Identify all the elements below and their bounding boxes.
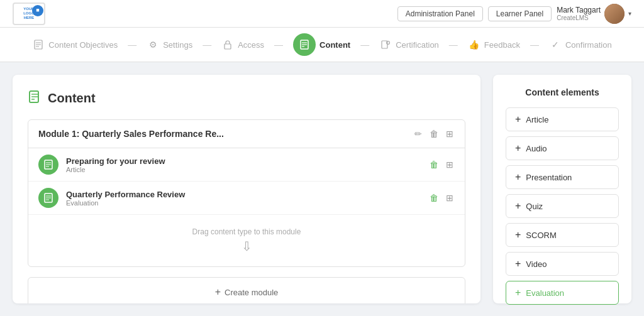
content-item-1: Quarterly Performance Review Evaluation … (28, 182, 465, 215)
user-menu[interactable]: Mark Taggart CreateLMS ▾ (557, 4, 631, 24)
step-content-objectives[interactable]: Content Objectives (22, 38, 128, 51)
item-0-name: Preparing for your review (66, 156, 421, 166)
element-presentation-button[interactable]: + Presentation (506, 165, 619, 189)
element-article-button[interactable]: + Article (506, 107, 619, 131)
content-card-icon (28, 90, 42, 107)
element-scorm-button[interactable]: + SCORM (506, 223, 619, 247)
step-content[interactable]: Content (283, 33, 360, 56)
svg-rect-4 (225, 44, 231, 49)
evaluation-label: Evaluation (526, 288, 564, 298)
item-0-info: Preparing for your review Article (66, 156, 421, 173)
chevron-down-icon: ▾ (628, 10, 631, 17)
audio-label: Audio (526, 144, 547, 153)
quiz-label: Quiz (526, 202, 543, 211)
admin-panel-button[interactable]: Administration Panel (397, 6, 483, 21)
item-0-type: Article (66, 166, 421, 173)
main-content: Content Module 1: Quarterly Sales Perfor… (0, 62, 644, 316)
item-1-info: Quarterly Performance Review Evaluation (66, 190, 421, 207)
sep-2: — (203, 40, 211, 50)
audio-plus-icon: + (515, 143, 521, 154)
scorm-plus-icon: + (515, 229, 521, 241)
content-step-circle (293, 33, 316, 56)
header: YOUR LOGO HERE ■ Administration Panel Le… (0, 0, 644, 28)
module-delete-button[interactable]: 🗑 (428, 128, 440, 140)
feedback-icon: 👍 (468, 38, 480, 51)
avatar-image (604, 4, 625, 24)
item-1-type: Evaluation (66, 199, 421, 207)
content-item-0: Preparing for your review Article 🗑 ⊞ (28, 148, 465, 182)
presentation-plus-icon: + (515, 172, 521, 183)
drag-label: Drag content type to this module (41, 227, 452, 236)
item-1-icon (38, 188, 58, 208)
certification-icon (379, 38, 392, 51)
element-quiz-button[interactable]: + Quiz (506, 194, 619, 218)
scorm-label: SCORM (526, 231, 556, 240)
module-header: Module 1: Quarterly Sales Performance Re… (28, 120, 465, 148)
item-1-delete-button[interactable]: 🗑 (428, 192, 440, 204)
sep-6: — (530, 40, 539, 50)
article-label: Article (526, 115, 548, 124)
settings-icon: ⚙ (147, 38, 159, 51)
avatar (604, 4, 625, 24)
quiz-plus-icon: + (515, 200, 521, 212)
module-1: Module 1: Quarterly Sales Performance Re… (28, 119, 465, 267)
create-module-plus-icon: + (215, 286, 221, 298)
drag-area: Drag content type to this module ⇩ (28, 215, 465, 266)
item-0-edit-button[interactable]: ⊞ (445, 158, 455, 171)
settings-label: Settings (163, 40, 192, 50)
create-module-label: Create module (225, 288, 278, 297)
step-confirmation[interactable]: ✓ Confirmation (539, 38, 622, 51)
feedback-label: Feedback (484, 40, 520, 50)
evaluation-plus-icon: + (515, 287, 521, 298)
video-plus-icon: + (515, 258, 521, 270)
card-title-row: Content (28, 90, 465, 107)
element-evaluation-button[interactable]: + Evaluation (506, 281, 619, 305)
step-access[interactable]: Access (211, 38, 274, 51)
article-plus-icon: + (515, 114, 521, 125)
element-video-button[interactable]: + Video (506, 252, 619, 276)
module-edit-button[interactable]: ✏ (413, 128, 423, 140)
card-title: Content (48, 91, 96, 106)
step-feedback[interactable]: 👍 Feedback (458, 38, 530, 51)
step-settings[interactable]: ⚙ Settings (136, 38, 203, 51)
item-0-actions: 🗑 ⊞ (428, 158, 455, 171)
item-1-actions: 🗑 ⊞ (428, 192, 455, 204)
header-right: Administration Panel Learner Panel Mark … (397, 4, 631, 24)
user-company: CreateLMS (557, 14, 601, 21)
sep-5: — (449, 40, 458, 50)
module-expand-button[interactable]: ⊞ (445, 128, 455, 140)
create-module-button[interactable]: + Create module (28, 277, 465, 303)
confirmation-label: Confirmation (565, 40, 612, 50)
element-audio-button[interactable]: + Audio (506, 136, 619, 160)
sidebar-title: Content elements (506, 87, 619, 97)
item-1-edit-button[interactable]: ⊞ (445, 192, 455, 204)
logo: YOUR LOGO HERE ■ (13, 3, 45, 25)
sep-1: — (128, 40, 136, 50)
presentation-label: Presentation (526, 173, 572, 182)
item-0-icon (38, 155, 58, 175)
content-objectives-icon (32, 38, 45, 51)
access-label: Access (238, 40, 264, 50)
step-certification[interactable]: Certification (369, 38, 449, 51)
user-name: Mark Taggart (557, 6, 601, 14)
content-card: Content Module 1: Quarterly Sales Perfor… (13, 75, 480, 303)
svg-point-10 (387, 41, 390, 45)
sep-3: — (274, 40, 283, 50)
item-0-delete-button[interactable]: 🗑 (428, 158, 440, 171)
item-1-name: Quarterly Performance Review (66, 190, 421, 199)
video-label: Video (526, 259, 547, 269)
sep-4: — (360, 40, 369, 50)
learner-panel-button[interactable]: Learner Panel (488, 6, 552, 21)
access-icon (221, 38, 234, 51)
certification-label: Certification (396, 40, 439, 50)
content-objectives-label: Content Objectives (48, 40, 118, 50)
module-title: Module 1: Quarterly Sales Performance Re… (38, 129, 224, 139)
confirmation-icon: ✓ (549, 38, 562, 51)
stepper: Content Objectives — ⚙ Settings — Access… (0, 28, 644, 62)
drag-icon: ⇩ (41, 239, 452, 254)
module-actions: ✏ 🗑 ⊞ (413, 128, 455, 140)
content-label: Content (319, 40, 350, 50)
content-elements-sidebar: Content elements + Article + Audio + Pre… (493, 75, 631, 303)
